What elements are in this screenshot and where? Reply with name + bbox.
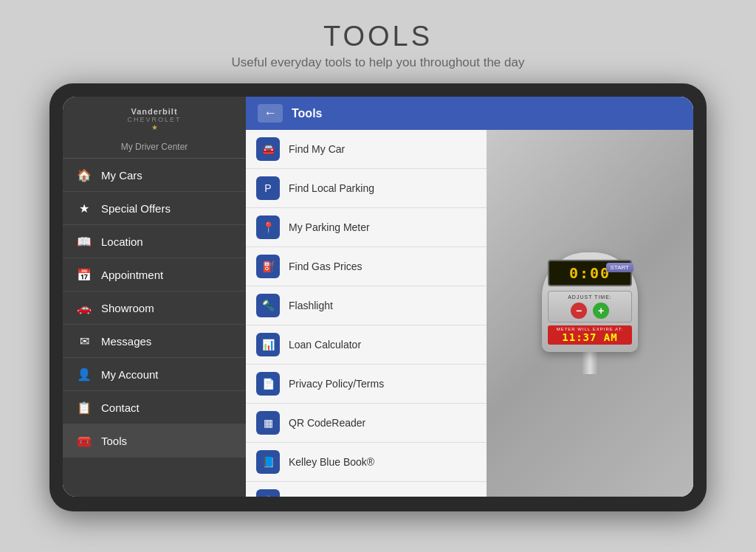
- meter-start-button[interactable]: START: [606, 263, 633, 272]
- adjust-time-section: ADJUST TIME: − +: [548, 291, 632, 322]
- tablet-screen: Vanderbilt CHEVROLET ★ My Driver Center …: [63, 97, 693, 497]
- expire-time: 11:37 AM: [552, 331, 628, 343]
- page-subtitle: Useful everyday tools to help you throug…: [232, 55, 525, 70]
- privacy-policy-label: Privacy Policy/Terms: [289, 378, 384, 390]
- tools-list: 🚘Find My CarPFind Local Parking📍My Parki…: [246, 130, 487, 497]
- tablet-frame: Vanderbilt CHEVROLET ★ My Driver Center …: [49, 83, 707, 511]
- plus-button[interactable]: +: [593, 303, 609, 319]
- brand-sub: CHEVROLET: [63, 116, 246, 123]
- messages-label: Messages: [101, 335, 151, 348]
- my-parking-meter-icon: 📍: [256, 215, 280, 239]
- sidebar-nav: 🏠My Cars★Special Offers📖Location📅Appoint…: [63, 159, 246, 497]
- qr-code-reader-icon: ▦: [256, 411, 280, 435]
- location-label: Location: [101, 235, 143, 248]
- meter-head: START 0:00 ADJUST TIME: − +: [542, 252, 638, 352]
- contact-label: Contact: [101, 401, 140, 414]
- my-cars-label: My Cars: [101, 169, 142, 182]
- kelley-blue-book-icon: 📘: [256, 450, 280, 474]
- kelley-blue-book-label: Kelley Blue Book®: [289, 456, 374, 468]
- appointment-label: Appointment: [101, 269, 163, 281]
- contact-icon: 📋: [76, 399, 92, 415]
- find-gas-prices-label: Find Gas Prices: [289, 261, 362, 272]
- messages-icon: ✉: [76, 333, 92, 349]
- loan-calculator-label: Loan Calculator: [289, 339, 361, 351]
- tool-item-qr-code-reader[interactable]: ▦QR CodeReader: [246, 404, 487, 443]
- tool-item-find-gas-prices[interactable]: ⛽Find Gas Prices: [246, 247, 487, 286]
- sidebar-item-appointment[interactable]: 📅Appointment: [63, 258, 246, 291]
- sidebar-item-tools[interactable]: 🧰Tools: [63, 424, 246, 458]
- tool-item-find-my-car[interactable]: 🚘Find My Car: [246, 130, 487, 169]
- find-my-car-label: Find My Car: [289, 143, 345, 155]
- showroom-icon: 🚗: [76, 300, 92, 316]
- page-header: TOOLS Useful everyday tools to help you …: [232, 0, 525, 83]
- tool-item-tutorial[interactable]: 📋Tutorial: [246, 482, 487, 497]
- page-title: TOOLS: [232, 21, 525, 52]
- sidebar-item-location[interactable]: 📖Location: [63, 225, 246, 258]
- tools-header: ← Tools: [246, 97, 693, 130]
- app-container: Vanderbilt CHEVROLET ★ My Driver Center …: [63, 97, 693, 497]
- tool-item-flashlight[interactable]: 🔦Flashlight: [246, 286, 487, 325]
- tool-item-kelley-blue-book[interactable]: 📘Kelley Blue Book®: [246, 443, 487, 482]
- flashlight-label: Flashlight: [289, 300, 333, 311]
- sidebar-item-my-cars[interactable]: 🏠My Cars: [63, 159, 246, 192]
- my-account-icon: 👤: [76, 366, 92, 382]
- loan-calculator-icon: 📊: [256, 333, 280, 356]
- tools-panel-title: Tools: [292, 107, 322, 120]
- sidebar-item-special-offers[interactable]: ★Special Offers: [63, 192, 246, 225]
- find-local-parking-label: Find Local Parking: [289, 182, 374, 194]
- sidebar-item-showroom[interactable]: 🚗Showroom: [63, 291, 246, 325]
- tools-label: Tools: [101, 435, 127, 447]
- adjust-label: ADJUST TIME:: [553, 294, 627, 300]
- find-my-car-icon: 🚘: [256, 137, 280, 161]
- tutorial-label: Tutorial: [289, 495, 323, 497]
- parking-meter: START 0:00 ADJUST TIME: − +: [542, 252, 638, 374]
- my-account-label: My Account: [101, 368, 159, 381]
- showroom-label: Showroom: [101, 302, 154, 314]
- driver-center-label: My Driver Center: [63, 137, 246, 159]
- special-offers-label: Special Offers: [101, 202, 171, 215]
- tool-item-privacy-policy[interactable]: 📄Privacy Policy/Terms: [246, 365, 487, 404]
- tools-icon: 🧰: [76, 432, 92, 449]
- tutorial-icon: 📋: [256, 489, 280, 497]
- parking-meter-area: START 0:00 ADJUST TIME: − +: [487, 130, 693, 497]
- sidebar-item-contact[interactable]: 📋Contact: [63, 391, 246, 424]
- find-gas-prices-icon: ⛽: [256, 255, 280, 278]
- find-local-parking-icon: P: [256, 176, 280, 200]
- sidebar-item-messages[interactable]: ✉Messages: [63, 325, 246, 358]
- flashlight-icon: 🔦: [256, 294, 280, 317]
- privacy-policy-icon: 📄: [256, 372, 280, 396]
- tool-item-my-parking-meter[interactable]: 📍My Parking Meter: [246, 208, 487, 247]
- main-content: ← Tools 🚘Find My CarPFind Local Parking📍…: [246, 97, 693, 497]
- back-button[interactable]: ←: [258, 104, 283, 123]
- sidebar-item-my-account[interactable]: 👤My Account: [63, 358, 246, 391]
- adjust-buttons: − +: [553, 303, 627, 319]
- location-icon: 📖: [76, 233, 92, 249]
- expire-section: METER WILL EXPIRE AT: 11:37 AM: [548, 325, 632, 345]
- meter-pole: [583, 352, 597, 374]
- special-offers-icon: ★: [76, 200, 92, 216]
- qr-code-reader-label: QR CodeReader: [289, 417, 365, 429]
- tool-item-find-local-parking[interactable]: PFind Local Parking: [246, 169, 487, 208]
- brand-star: ★: [63, 123, 246, 131]
- sidebar: Vanderbilt CHEVROLET ★ My Driver Center …: [63, 97, 246, 497]
- brand-name: Vanderbilt: [63, 107, 246, 116]
- sidebar-logo: Vanderbilt CHEVROLET ★: [63, 97, 246, 137]
- minus-button[interactable]: −: [571, 303, 587, 319]
- tool-item-loan-calculator[interactable]: 📊Loan Calculator: [246, 325, 487, 365]
- appointment-icon: 📅: [76, 266, 92, 283]
- my-cars-icon: 🏠: [76, 167, 92, 183]
- my-parking-meter-label: My Parking Meter: [289, 221, 370, 233]
